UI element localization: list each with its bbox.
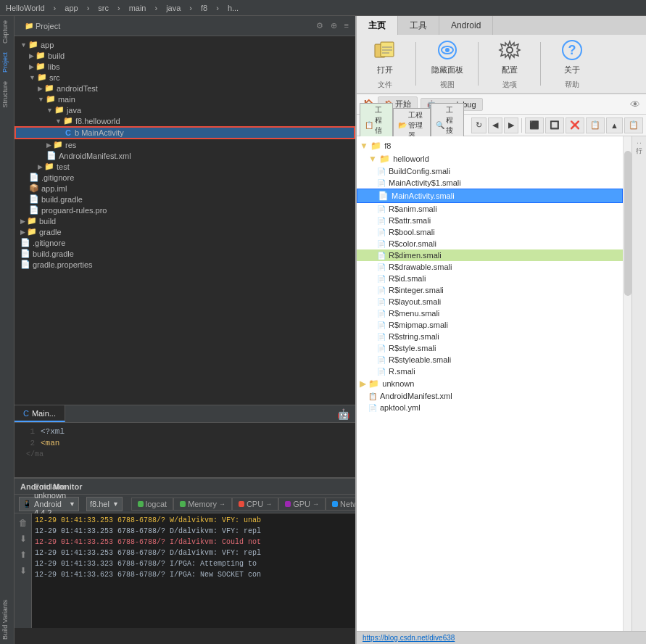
monitor-tab-cpu[interactable]: CPU → bbox=[232, 498, 278, 511]
project-tab[interactable]: Project bbox=[0, 48, 14, 77]
stop-btn[interactable]: ⬛ bbox=[525, 117, 544, 133]
tree-item-gradleprops[interactable]: 📄 gradle.properties bbox=[15, 259, 355, 270]
tree-item-build-root[interactable]: ▶ 📁 build bbox=[15, 215, 355, 226]
monitor-tab-memory[interactable]: Memory → bbox=[173, 498, 232, 511]
rt-item-rattr[interactable]: 📄 R$attr.smali bbox=[357, 215, 623, 226]
right-file-tree: ▼ 📁 f8 ▼ 📁 helloworld 📄 BuildConfig.smal… bbox=[357, 136, 623, 631]
device-selector[interactable]: 📱 Emulator unknown Android 4.4.2, API 19… bbox=[19, 497, 79, 511]
ribbon-tab-tools[interactable]: 工具 bbox=[398, 16, 439, 35]
title-main[interactable]: main bbox=[129, 4, 146, 12]
tree-item-libs[interactable]: ▶ 📁 libs bbox=[15, 61, 355, 72]
tree-item-f8helloworld[interactable]: ▼ 📁 f8.helloworld bbox=[15, 115, 355, 126]
rt-item-buildconfig[interactable]: 📄 BuildConfig.smali bbox=[357, 165, 623, 177]
build-variants-tab[interactable]: Build Variants bbox=[0, 595, 14, 644]
tree-item-gitignore-root[interactable]: 📄 .gitignore bbox=[15, 237, 355, 248]
structure-tab[interactable]: Structure bbox=[0, 77, 14, 112]
about-button[interactable]: ? 关于 帮助 bbox=[555, 38, 588, 90]
left-side-strip: Capture Project Structure Build Variants bbox=[0, 16, 15, 644]
title-project[interactable]: HelloWorld bbox=[6, 4, 45, 12]
tree-item-main[interactable]: ▼ 📁 main bbox=[15, 94, 355, 104]
sync-icon[interactable]: ⚙ bbox=[314, 20, 326, 31]
rt-item-mainactivity-smali[interactable]: 📄 MainActivity.smali bbox=[357, 189, 623, 203]
monitor-down-icon[interactable]: ⬇ bbox=[18, 564, 28, 577]
collapse-icon[interactable]: ≡ bbox=[342, 20, 351, 31]
title-f8[interactable]: f8 bbox=[201, 4, 207, 12]
select-btn[interactable]: 🔲 bbox=[545, 117, 564, 133]
monitor-filter-icon[interactable]: ⬇ bbox=[18, 532, 28, 545]
back-btn[interactable]: ◀ bbox=[488, 117, 502, 133]
ribbon-tab-android[interactable]: Android bbox=[439, 16, 493, 35]
tree-item-androidmanifest[interactable]: 📄 AndroidManifest.xml bbox=[15, 150, 355, 161]
tree-item-res[interactable]: ▶ 📁 res bbox=[15, 139, 355, 150]
monitor-up-icon[interactable]: ⬆ bbox=[18, 548, 28, 561]
rt-item-rstyle[interactable]: 📄 R$style.smali bbox=[357, 342, 623, 354]
rt-item-rdrawable[interactable]: 📄 R$drawable.smali bbox=[357, 261, 623, 273]
rt-item-rstring[interactable]: 📄 R$string.smali bbox=[357, 331, 623, 342]
editor-tab-main[interactable]: C Main... bbox=[15, 405, 65, 422]
ribbon-sep-1 bbox=[415, 42, 416, 86]
tree-item-build[interactable]: ▶ 📁 build bbox=[15, 50, 355, 61]
tree-item-proguard[interactable]: 📄 proguard-rules.pro bbox=[15, 205, 355, 215]
csdn-url[interactable]: https://blog.csdn.net/dive638 bbox=[363, 634, 455, 642]
right-scrollbar[interactable] bbox=[623, 136, 631, 631]
rt-item-rid[interactable]: 📄 R$id.smali bbox=[357, 273, 623, 284]
rt-item-androidmanifest-right[interactable]: 📋 AndroidManifest.xml bbox=[357, 390, 623, 402]
rt-item-rlayout[interactable]: 📄 R$layout.smali bbox=[357, 296, 623, 307]
tree-item-buildgradle-root[interactable]: 📄 build.gradle bbox=[15, 248, 355, 259]
tree-item-appiml[interactable]: 📦 app.iml bbox=[15, 183, 355, 194]
tree-item-gradle[interactable]: ▶ 📁 gradle bbox=[15, 226, 355, 237]
rt-item-rmenu[interactable]: 📄 R$menu.smali bbox=[357, 307, 623, 319]
rt-item-rcolor[interactable]: 📄 R$color.smali bbox=[357, 238, 623, 249]
rt-item-f8[interactable]: ▼ 📁 f8 bbox=[357, 139, 623, 152]
project-manager-icon: 📂 bbox=[398, 121, 407, 129]
rt-item-helloworld[interactable]: ▼ 📁 helloworld bbox=[357, 152, 623, 165]
tree-item-mainactivity[interactable]: C b MainActivity bbox=[15, 126, 355, 139]
forward-btn[interactable]: ▶ bbox=[504, 117, 518, 133]
monitor-tab-logcat[interactable]: logcat bbox=[131, 498, 173, 511]
capture-tab[interactable]: Capture bbox=[0, 16, 14, 48]
right-side-label[interactable]: 行: bbox=[634, 139, 644, 144]
hide-panel-button[interactable]: 隐藏面板 视图 bbox=[431, 38, 463, 90]
up-btn[interactable]: ▲ bbox=[606, 117, 623, 133]
rt-item-rinteger[interactable]: 📄 R$integer.smali bbox=[357, 284, 623, 296]
view-toggle-icon[interactable]: 👁 bbox=[630, 99, 640, 110]
rt-item-mainactivity1[interactable]: 📄 MainActivity$1.smali bbox=[357, 177, 623, 189]
open-button[interactable]: 打开 文件 bbox=[368, 38, 401, 90]
delete-btn[interactable]: ❌ bbox=[566, 117, 584, 133]
rt-item-r[interactable]: 📄 R.smali bbox=[357, 366, 623, 377]
monitor-log[interactable]: 12-29 01:41:33.253 6788-6788/? W/dalvikv… bbox=[32, 513, 355, 628]
tree-item-app[interactable]: ▼ 📁 app bbox=[15, 39, 355, 50]
rt-item-apktool[interactable]: 📄 apktool.yml bbox=[357, 402, 623, 413]
project-tab-label[interactable]: 📁 Project bbox=[19, 20, 66, 32]
scrollbar-thumb[interactable] bbox=[624, 151, 631, 296]
rt-item-ranim[interactable]: 📄 R$anim.smali bbox=[357, 203, 623, 215]
title-java[interactable]: java bbox=[166, 4, 181, 12]
ribbon-sep-2 bbox=[478, 42, 479, 86]
tree-item-buildgradle-app[interactable]: 📄 build.gradle bbox=[15, 194, 355, 205]
copy-btn[interactable]: 📋 bbox=[586, 117, 605, 133]
title-h[interactable]: h... bbox=[228, 4, 239, 12]
tree-item-src[interactable]: ▼ 📁 src bbox=[15, 72, 355, 83]
tree-item-test[interactable]: ▶ 📁 test bbox=[15, 161, 355, 172]
paste-btn[interactable]: 📋 bbox=[624, 117, 643, 133]
refresh-btn[interactable]: ↻ bbox=[471, 117, 486, 133]
rt-item-unknown[interactable]: ▶ 📁 unknown bbox=[357, 377, 623, 390]
rt-item-rmipmap[interactable]: 📄 R$mipmap.smali bbox=[357, 319, 623, 331]
rt-item-rdimen[interactable]: 📄 R$dimen.smali bbox=[357, 249, 623, 261]
ribbon-tab-home[interactable]: 主页 bbox=[357, 16, 398, 35]
title-src[interactable]: src bbox=[98, 4, 109, 12]
config-button[interactable]: 配置 选项 bbox=[493, 38, 526, 90]
about-label: 关于 bbox=[564, 65, 580, 75]
rt-item-rstyleable[interactable]: 📄 R$styleable.smali bbox=[357, 354, 623, 366]
tree-item-androidtest[interactable]: ▶ 📁 androidTest bbox=[15, 83, 355, 94]
title-app[interactable]: app bbox=[65, 4, 78, 12]
gear-icon[interactable]: ⊕ bbox=[328, 20, 339, 31]
tree-item-gitignore[interactable]: 📄 .gitignore bbox=[15, 172, 355, 183]
app-selector[interactable]: f8.hel ▼ bbox=[86, 497, 123, 511]
rt-item-rbool[interactable]: 📄 R$bool.smali bbox=[357, 226, 623, 238]
monitor-tab-gpu[interactable]: GPU → bbox=[278, 498, 326, 511]
tree-item-java[interactable]: ▼ 📁 java bbox=[15, 104, 355, 115]
monitor-clear-icon[interactable]: 🗑 bbox=[17, 516, 29, 529]
project-tree: ▼ 📁 app ▶ 📁 build ▶ 📁 libs bbox=[15, 36, 355, 405]
right-panel: 主页 工具 Android bbox=[355, 16, 646, 644]
